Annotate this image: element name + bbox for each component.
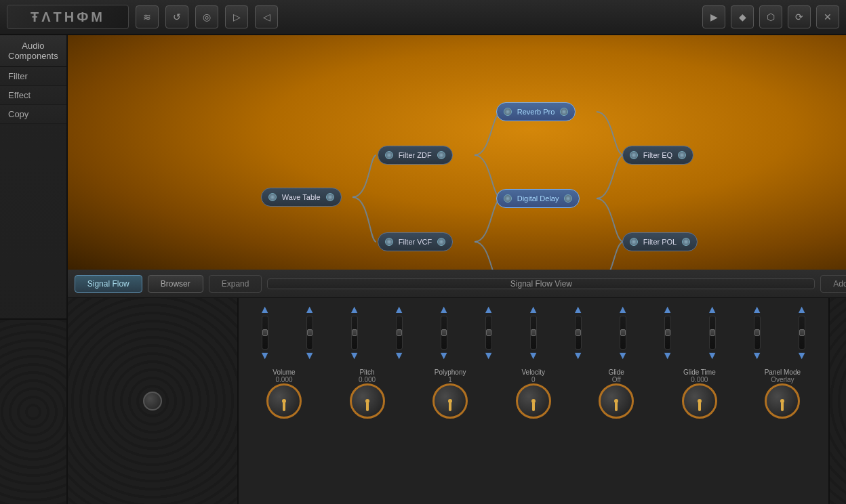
bottom-right-panel (828, 298, 846, 504)
polyphony-down-arrow: ▼ (349, 350, 360, 362)
velocity-fader-track[interactable] (396, 316, 403, 350)
glide-time-fader-handle[interactable] (486, 329, 491, 336)
left-panel: Audio Components Filter Effect Copy (0, 35, 68, 504)
polyphony-label: Polyphony (435, 369, 466, 376)
main-layout: Audio Components Filter Effect Copy (0, 35, 846, 504)
top-right-buttons: ▶ ◆ ⬡ ⟳ ✕ (702, 5, 839, 28)
digital-delay-node[interactable]: Digital Delay (496, 189, 580, 208)
loop-button[interactable]: ⬡ (759, 5, 782, 28)
volume-down-arrow: ▼ (260, 350, 270, 362)
reverb-pro-node[interactable]: Reverb Pro (496, 102, 576, 121)
velocity-fader-col: ▲ ▼ (378, 303, 420, 362)
panel-mode-fader-track[interactable] (530, 316, 537, 350)
pitch-up-arrow: ▲ (304, 303, 315, 316)
pitch-value: 0.000 (359, 376, 376, 383)
velocity-knob-col: Velocity 0 (512, 366, 555, 419)
filter-vcf-node[interactable]: Filter VCF (378, 232, 454, 251)
pitch-knob[interactable] (350, 383, 385, 419)
filter-zdf-node[interactable]: Filter ZDF (378, 146, 453, 165)
wave-table-out-port (326, 193, 334, 201)
bottom-left-panel (68, 298, 239, 504)
polyphony-knob[interactable] (432, 383, 468, 419)
volume-up-arrow: ▲ (260, 303, 270, 316)
polyphony-fader-col: ▲ ▼ (334, 303, 376, 362)
record-button[interactable]: ◆ (731, 5, 754, 28)
reverb-pro-out-port (560, 108, 568, 116)
extra-fader-col-3: ▲ ▼ (647, 303, 689, 362)
panel-mode-knob[interactable] (765, 383, 800, 419)
extra-fader-col-6: ▲ ▼ (781, 303, 823, 362)
browser-button[interactable]: Browser (148, 275, 203, 293)
wave-table-node[interactable]: Wave Table (261, 188, 342, 207)
glide-fader-track[interactable] (441, 316, 447, 350)
reverb-pro-in-port (504, 108, 512, 116)
filter-eq-node[interactable]: Filter EQ (622, 146, 693, 165)
velocity-fader-handle[interactable] (397, 329, 402, 336)
glide-time-down-arrow: ▼ (483, 350, 494, 362)
signal-flow-button[interactable]: Signal Flow (75, 275, 142, 293)
glide-knob[interactable] (599, 383, 634, 419)
effect-item[interactable]: Effect (0, 86, 66, 105)
filter-pol-node[interactable]: Filter POL (622, 232, 698, 251)
filter-zdf-in-port (385, 151, 393, 159)
sync-button[interactable]: ⟳ (788, 5, 811, 28)
polyphony-fader-track[interactable] (351, 316, 358, 350)
top-btn-1[interactable]: ≋ (136, 5, 159, 28)
polyphony-value: 1 (448, 376, 452, 383)
pitch-fader-track[interactable] (306, 316, 313, 350)
audio-components-header: Audio Components (0, 35, 66, 67)
close-top-button[interactable]: ✕ (816, 5, 839, 28)
pitch-label: Pitch (359, 369, 374, 376)
top-btn-5[interactable]: ◁ (255, 5, 278, 28)
add-mod-button[interactable]: Add Mod (820, 275, 846, 293)
flow-view-bar: Signal Flow View (267, 278, 815, 289)
audio-components-panel: Audio Components Filter Effect Copy (0, 35, 66, 320)
filter-eq-out-port (678, 151, 686, 159)
bottom-center-panel: ▲ ▼ ▲ ▼ (239, 298, 828, 504)
velocity-value: 0 (531, 376, 536, 383)
velocity-label: Velocity (521, 369, 544, 376)
fader-row: ▲ ▼ ▲ ▼ (244, 303, 823, 362)
glide-time-knob[interactable] (682, 383, 717, 419)
volume-fader-track[interactable] (262, 316, 268, 350)
polyphony-knob-col: Polyphony 1 (429, 366, 471, 419)
top-btn-3[interactable]: ◎ (195, 5, 218, 28)
top-btn-2[interactable]: ↺ (165, 5, 188, 28)
filter-vcf-out-port (437, 238, 445, 246)
filter-pol-in-port (630, 238, 638, 246)
panel-mode-fader-handle[interactable] (531, 329, 536, 336)
glide-time-knob-col: Glide Time 0.000 (679, 366, 721, 419)
glide-time-value: 0.000 (691, 376, 708, 383)
glide-up-arrow: ▲ (439, 303, 449, 316)
glide-time-fader-track[interactable] (485, 316, 492, 350)
wave-table-in-port (268, 193, 277, 201)
panel-mode-value: Overlay (771, 376, 794, 383)
volume-knob[interactable] (266, 383, 302, 419)
velocity-down-arrow: ▼ (394, 350, 405, 362)
velocity-knob[interactable] (516, 383, 551, 419)
volume-fader-handle[interactable] (262, 329, 268, 336)
glide-value: Off (612, 376, 621, 383)
top-bar: ŦΛTНФM ≋ ↺ ◎ ▷ ◁ ▶ ◆ ⬡ ⟳ ✕ (0, 0, 846, 35)
panel-mode-label: Panel Mode (765, 369, 801, 376)
filter-pol-out-port (682, 238, 690, 246)
pitch-fader-col: ▲ ▼ (289, 303, 331, 362)
volume-value: 0.000 (275, 376, 292, 383)
top-btn-4[interactable]: ▷ (225, 5, 248, 28)
polyphony-up-arrow: ▲ (349, 303, 360, 316)
mini-knob-left[interactable] (143, 392, 162, 411)
filter-vcf-in-port (385, 238, 393, 246)
play-button[interactable]: ▶ (702, 5, 725, 28)
polyphony-fader-handle[interactable] (352, 329, 357, 336)
signal-flow-canvas[interactable]: Wave Table Filter ZDF Filter VCF Reverb … (68, 35, 846, 270)
copy-item[interactable]: Copy (0, 105, 66, 124)
filter-item[interactable]: Filter (0, 67, 66, 86)
pitch-down-arrow: ▼ (304, 350, 315, 362)
pitch-knob-col: Pitch 0.000 (346, 366, 388, 419)
expand-button[interactable]: Expand (209, 275, 262, 293)
volume-fader-col: ▲ ▼ (244, 303, 286, 362)
pitch-fader-handle[interactable] (307, 329, 313, 336)
glide-label: Glide (609, 369, 624, 376)
glide-fader-handle[interactable] (441, 329, 447, 336)
glide-time-fader-col: ▲ ▼ (468, 303, 510, 362)
